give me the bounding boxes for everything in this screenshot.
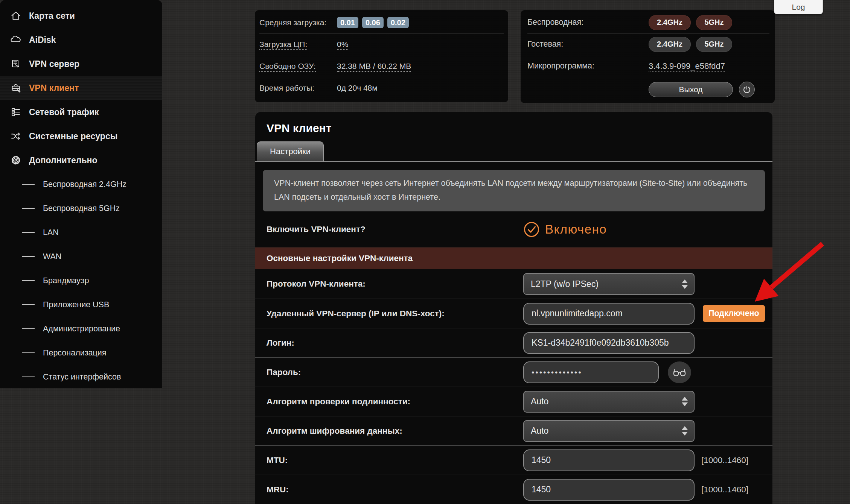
wireless-status-panel: Беспроводная: 2.4GHz 5GHz Гостевая: 2.4G… [521,10,775,103]
show-password-button[interactable] [668,361,691,383]
enable-vpn-label: Включить VPN-клиент? [267,225,523,234]
auth-algorithm-select[interactable]: Auto [523,391,695,413]
select-arrows-icon [682,279,688,289]
asus-logo: ASUS [108,31,207,67]
login-input[interactable] [523,332,695,354]
reboot-button[interactable] [739,82,755,97]
encryption-algorithm-select[interactable]: Auto [523,420,695,442]
glasses-icon [673,367,686,378]
mtu-input[interactable] [523,449,695,471]
cpu-label[interactable]: Загрузка ЦП: [259,40,337,49]
sidebar-item-label: Дополнительно [29,155,97,165]
sidebar-subitem-wireless-24[interactable]: Беспроводная 2.4GHz [0,172,162,196]
encryption-algorithm-value: Auto [531,426,548,436]
check-circle-icon [523,221,540,238]
server-input[interactable] [523,303,695,325]
sidebar-subitem-lan[interactable]: LAN [0,220,162,244]
guest-label: Гостевая: [527,39,649,49]
asus-logo-text: ASUS [108,30,207,67]
mru-row: MRU: [1000..1460] [255,475,772,504]
select-arrows-icon [682,426,688,436]
sidebar-subitem-usb-app[interactable]: Приложение USB [0,293,162,317]
sidebar-subitem-wan[interactable]: WAN [0,244,162,269]
uptime-label: Время работы: [259,83,337,93]
power-icon [742,85,751,94]
sidebar-subitem-firewall[interactable]: Брандмауэр [0,269,162,293]
ram-value[interactable]: 32.38 MB / 60.22 MB [337,62,411,71]
load-badge-2: 0.06 [362,17,384,28]
sidebar-subitem-administration[interactable]: Администрирование [0,317,162,341]
logout-button[interactable]: Выход [649,82,733,97]
password-row: Пароль: [255,357,772,387]
protocol-label: Протокол VPN-клиента: [267,279,523,289]
mru-label: MRU: [267,485,523,495]
password-input[interactable] [523,361,659,383]
firmware-label: Микропрограмма: [527,61,649,71]
sidebar-item-vpn-client[interactable]: VPN клиент [0,76,162,100]
sidebar-item-label: VPN сервер [29,59,79,69]
guest-5ghz-pill[interactable]: 5GHz [696,37,732,52]
login-label: Логин: [267,338,523,348]
sidebar-item-network-map[interactable]: Карта сети [0,4,162,28]
dash-icon [22,232,35,233]
auth-algorithm-label: Алгоритм проверки подлинности: [267,397,523,407]
protocol-select[interactable]: L2TP (w/o IPSec) [523,273,695,295]
mru-input[interactable] [523,479,695,501]
log-overlay-button[interactable]: Log [774,0,823,14]
dash-icon [22,280,35,281]
firmware-row: Микропрограмма: 3.4.3.9-099_e58fdd7 [527,55,769,77]
dash-icon [22,328,35,329]
connected-status-button[interactable]: Подключено [703,305,765,322]
sidebar-subitem-personalization[interactable]: Персонализация [0,341,162,365]
protocol-value: L2TP (w/o IPSec) [531,279,599,289]
vpn-client-icon [9,82,22,94]
sidebar-item-system-resources[interactable]: Системные ресурсы [0,124,162,148]
shuffle-icon [9,131,22,142]
guest-24ghz-pill[interactable]: 2.4GHz [649,37,691,52]
ram-label[interactable]: Свободно ОЗУ: [259,62,337,71]
dash-icon [22,208,35,209]
dash-icon [22,352,35,353]
uptime-row: Время работы: 0д 20ч 48м [259,77,504,99]
traffic-list-icon [9,106,22,118]
dash-icon [22,184,35,185]
vpn-server-icon [9,58,22,70]
basic-settings-header: Основные настройки VPN-клиента [255,247,772,269]
sidebar-item-label: Карта сети [29,11,75,21]
login-row: Логин: [255,328,772,357]
load-average-row: Средняя загрузка: 0.01 0.06 0.02 [259,12,504,33]
sidebar-subitem-wireless-5[interactable]: Беспроводная 5GHz [0,196,162,220]
dash-icon [22,304,35,305]
gear-icon [9,155,22,166]
encryption-algorithm-label: Алгоритм шифрования данных: [267,426,523,436]
enable-vpn-status[interactable]: Включено [523,221,607,238]
server-row: Удаленный VPN-сервер (IP или DNS-хост): … [255,299,772,328]
tab-settings[interactable]: Настройки [257,141,324,162]
load-badge-1: 0.01 [337,17,358,28]
sidebar-item-network-traffic[interactable]: Сетевой трафик [0,100,162,124]
enable-vpn-row: Включить VPN-клиент? Включено [255,211,772,247]
protocol-row: Протокол VPN-клиента: L2TP (w/o IPSec) [255,269,772,299]
mru-range-hint: [1000..1460] [701,485,748,495]
auth-algorithm-value: Auto [531,396,548,407]
sidebar-item-label: AiDisk [29,35,56,45]
encryption-algorithm-row: Алгоритм шифрования данных: Auto [255,416,772,445]
wireless-5ghz-pill[interactable]: 5GHz [696,15,732,30]
dash-icon [22,376,35,377]
wireless-24ghz-pill[interactable]: 2.4GHz [649,15,691,30]
cpu-value[interactable]: 0% [337,40,348,49]
server-label: Удаленный VPN-сервер (IP или DNS-хост): [267,309,523,319]
sidebar-item-advanced[interactable]: Дополнительно [0,148,162,172]
firmware-value[interactable]: 3.4.3.9-099_e58fdd7 [649,61,725,71]
guest-row: Гостевая: 2.4GHz 5GHz [527,33,769,55]
system-status-panel: Средняя загрузка: 0.01 0.06 0.02 Загрузк… [255,10,508,102]
load-average-label: Средняя загрузка: [259,18,337,27]
select-arrows-icon [682,397,688,406]
sidebar-item-label: Сетевой трафик [29,107,99,117]
sidebar-subitem-interface-status[interactable]: Статус интерфейсов [0,365,162,389]
mtu-row: MTU: [1000..1460] [255,445,772,475]
dash-icon [22,256,35,257]
sidebar-item-label: Системные ресурсы [29,131,117,141]
sidebar-item-label: VPN клиент [29,83,79,93]
wireless-label: Беспроводная: [527,18,649,27]
